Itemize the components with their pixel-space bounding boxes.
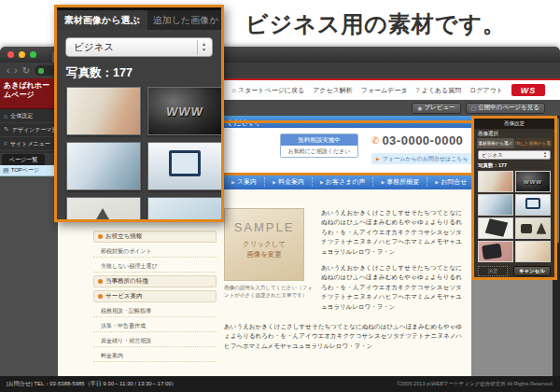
site-nav-label: 事務所概要 [386,177,419,187]
side-menu-link[interactable]: 税務相談・記帳指導 [93,305,217,317]
side-menu-header[interactable]: サービス案内 [93,290,217,302]
panel-actions: 決定 キャンセル [478,266,551,276]
topnav-label: ログアウト [469,86,503,95]
thumbnail-camera-money[interactable] [515,217,551,239]
site-nav-item[interactable]: ▶ 料金案内 [265,177,313,187]
thumbnail-grid: WWW [66,87,221,222]
sidebar-item-label: デザインテーマ変更 [12,126,58,134]
panel-tabs: 素材画像から選ぶ 追加した画像から選ぶ [477,138,552,148]
phone-number: 03-0000-0000 [382,133,463,147]
camera-shape [521,224,532,233]
side-menu-link[interactable]: 料金案内 [93,350,217,362]
monitor-shape [525,198,540,209]
arrow-icon: ▶ [273,179,276,185]
cancel-button[interactable]: キャンセル [513,266,551,276]
topnav-form-data[interactable]: フォームデータ [361,86,408,95]
thumbnail-blue-office[interactable] [147,197,222,222]
monitor-shape [169,150,201,176]
side-menu-link[interactable]: 資金繰り・経営相談 [93,335,217,347]
thumbnail-grid: WWW [478,171,551,262]
thumbnail-dark-document[interactable] [66,197,141,222]
site-nav-item[interactable]: ▶ ス案内 [224,177,265,187]
thumbnail-www-3d-text[interactable]: WWW [147,87,222,135]
side-menu-header[interactable]: お役立ち情報 [93,231,217,243]
copyright: ©2005-2013 ㈱WEBマーケティング総合研究所 All Rights R… [397,381,553,387]
admin-sidebar: あきばれホームページ ⌂ 全体設定 ✎ デザインテーマ変更 ⌗ サイトメニュー … [0,78,58,376]
page-list-item-top[interactable]: ▤ TOPページ [0,165,58,176]
side-menu-label: 料金案内 [101,352,123,360]
bullet-icon [98,279,103,284]
side-menu-label: お役立ち情報 [105,232,142,241]
document-shape [82,208,123,222]
magnified-image-panel: 素材画像から選ぶ 追加した画像か ビジネス ▲ ▼ 写真数：177 WWW [54,5,224,222]
close-window-icon[interactable] [7,51,14,58]
site-nav-label: お問合せ [441,177,467,187]
phone-block: ✆ 03-0000-0000 [371,133,463,147]
tab-material-images[interactable]: 素材画像から選ぶ [477,138,514,148]
www-photo-text: WWW [524,179,543,185]
thumbnail-laptop-typing[interactable] [478,194,513,216]
thumbnail-www-3d-text[interactable]: WWW [515,171,551,192]
thumbnail-laptop-typing[interactable] [66,142,141,190]
thumbnail-black-notebook[interactable] [478,217,513,239]
thumbnail-tablet-dark[interactable] [478,241,513,262]
side-menu-label: 資金繰り・経営相談 [101,337,151,345]
tab-uploaded-images[interactable]: 追加した画像から選ぶ [515,138,553,148]
arrow-icon: ▶ [435,179,439,185]
preview-icon: ◉ [417,105,422,111]
category-select[interactable]: ビジネス ▲ ▼ [478,150,551,160]
screenshot-stage: ビジネス用の素材です。 ⌂ ホーム ‹ › ↻ あきばれホームページ ⌂ [0,0,560,392]
tab-uploaded-images[interactable]: 追加した画像か [147,10,221,30]
side-menu-label: サービス案内 [105,292,142,301]
sidebar-item-design-theme[interactable]: ✎ デザインテーマ変更 [0,123,58,137]
thumbnail-keyboard-hands[interactable] [66,87,141,135]
side-menu-link[interactable]: 決算・申告書作成 [93,320,217,332]
topnav-label: アクセス解析 [313,86,353,95]
view-published-label: 公開中のページを見る [478,104,539,112]
contact-form-link[interactable]: ▶ フォームからのお問合せはこちら [371,153,473,164]
support-contact: [お問合せ] TEL：03-5388-5985（平日 9:30～11:30 / … [7,380,177,388]
consultation-sub: お気軽にご相談ください [281,146,357,157]
view-published-button[interactable]: ▢ 公開中のページを見る [466,103,545,114]
home-icon: ⌂ [4,113,7,119]
side-menu-header[interactable]: 当事務所の特徴 [93,275,217,287]
maximize-window-icon[interactable] [30,51,36,58]
callout-tabbar: 素材画像から選ぶ 追加した画像か [57,7,221,30]
site-nav-item[interactable]: ▶ 事務所概要 [373,177,427,187]
thumbnail-keyboard-hands[interactable] [478,171,513,192]
thumbnail-pen-writing[interactable] [515,241,551,262]
page-caption: ビジネス用の素材です。 [245,9,506,39]
preview-button[interactable]: ◉ プレビュー [412,103,460,114]
tab-page-list[interactable]: ページ一覧 [2,154,45,165]
sidebar-item-global-settings[interactable]: ⌂ 全体設定 [0,109,58,123]
monitor-icon: ▢ [471,105,477,111]
topnav-faq[interactable]: ? よくある質問 [416,86,462,95]
phone-icon: ✆ [371,135,379,146]
page-icon: ▤ [3,167,9,175]
dummy-paragraph: あいうえおかきくけこさしすせそたちつてとなにぬねのはひふへほまみむめもやゃゆょよ… [321,263,462,312]
tab-material-images[interactable]: 素材画像から選ぶ [57,10,147,30]
site-nav-item[interactable]: ▶ お客さまの声 [313,177,374,187]
sample-image-placeholder[interactable]: SAMPLE クリックして 画像を変更 [224,208,304,281]
forward-icon[interactable]: › [14,66,17,76]
side-menu-link[interactable]: 失敗しない税理士選び [93,260,217,273]
thumbnail-desktop-monitor[interactable] [147,142,222,190]
stepper-down-icon: ▼ [202,48,206,53]
home-icon: ⌂ [232,87,236,93]
reload-icon[interactable]: ↻ [22,66,30,76]
topnav-access-analytics[interactable]: アクセス解析 [313,86,353,95]
decide-button[interactable]: 決定 [478,266,508,276]
category-select[interactable]: ビジネス ▲ ▼ [65,37,213,57]
minimize-window-icon[interactable] [19,51,25,58]
back-icon[interactable]: ‹ [7,66,9,76]
topnav-label: よくある質問 [422,86,462,95]
sidebar-item-site-menu[interactable]: ⌗ サイトメニュー [0,137,58,151]
topnav-logout[interactable]: ログアウト [469,86,503,95]
topnav-start-page[interactable]: ⌂ スタートページに戻る [232,86,304,95]
side-menu-link[interactable]: 節税対策のポイント [93,245,217,258]
page-list: ▤ TOPページ [0,165,58,376]
bottom-bar: [お問合せ] TEL：03-5388-5985（平日 9:30～11:30 / … [0,376,560,392]
thumbnail-desktop-monitor[interactable] [515,194,551,216]
panel-title: 画像設定 [474,119,554,129]
site-nav-item[interactable]: ▶ お問合せ [427,177,475,187]
